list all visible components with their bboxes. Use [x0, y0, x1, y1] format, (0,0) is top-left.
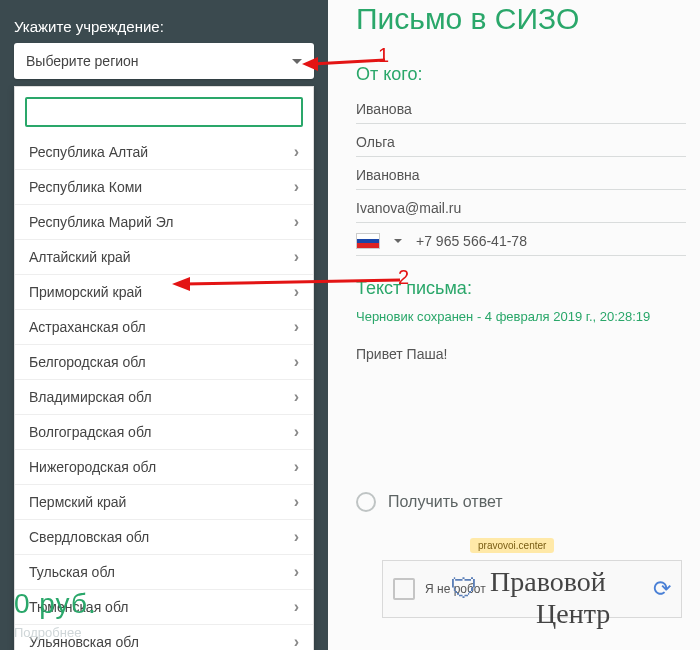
- phone-field[interactable]: +7 965 566-41-78: [356, 223, 686, 256]
- recaptcha-checkbox[interactable]: [393, 578, 415, 600]
- chevron-right-icon: ›: [294, 213, 299, 231]
- chevron-right-icon: ›: [294, 458, 299, 476]
- region-item-label: Свердловская обл: [29, 529, 149, 545]
- region-item[interactable]: Алтайский край›: [15, 239, 313, 274]
- arrow-1-icon: [300, 50, 390, 80]
- chevron-right-icon: ›: [294, 248, 299, 266]
- arrow-2-icon: [170, 274, 410, 294]
- message-body[interactable]: Привет Паша!: [356, 346, 700, 362]
- watermark-line2: Центр: [536, 598, 610, 630]
- reply-label: Получить ответ: [388, 493, 503, 511]
- patronymic-field[interactable]: Ивановна: [356, 157, 686, 190]
- region-item[interactable]: Республика Коми›: [15, 169, 313, 204]
- region-item[interactable]: Нижегородская обл›: [15, 449, 313, 484]
- region-dropdown: Республика Алтай›Республика Коми›Республ…: [14, 86, 314, 650]
- region-item-label: Республика Коми: [29, 179, 142, 195]
- region-item[interactable]: Тульская обл›: [15, 554, 313, 589]
- chevron-right-icon: ›: [294, 178, 299, 196]
- reply-radio[interactable]: [356, 492, 376, 512]
- region-item[interactable]: Республика Марий Эл›: [15, 204, 313, 239]
- chevron-right-icon: ›: [294, 528, 299, 546]
- region-item-label: Владимирская обл: [29, 389, 152, 405]
- chevron-right-icon: ›: [294, 598, 299, 616]
- region-item-label: Волгоградская обл: [29, 424, 151, 440]
- region-item-label: Алтайский край: [29, 249, 131, 265]
- region-select-placeholder: Выберите регион: [26, 53, 139, 69]
- region-item-label: Республика Марий Эл: [29, 214, 173, 230]
- region-item-label: Астраханская обл: [29, 319, 146, 335]
- chevron-down-icon[interactable]: [394, 239, 402, 243]
- chevron-right-icon: ›: [294, 633, 299, 650]
- chevron-right-icon: ›: [294, 423, 299, 441]
- draft-saved-note: Черновик сохранен - 4 февраля 2019 г., 2…: [356, 309, 700, 324]
- sidebar: Укажите учреждение: Выберите регион Респ…: [0, 0, 328, 650]
- region-item[interactable]: Свердловская обл›: [15, 519, 313, 554]
- source-badge: pravovoi.center: [470, 538, 554, 553]
- from-label: От кого:: [356, 64, 700, 85]
- region-item-label: Пермский край: [29, 494, 126, 510]
- svg-marker-1: [302, 57, 318, 71]
- chevron-right-icon: ›: [294, 563, 299, 581]
- chevron-right-icon: ›: [294, 388, 299, 406]
- region-item-label: Тульская обл: [29, 564, 115, 580]
- email-field[interactable]: Ivanova@mail.ru: [356, 190, 686, 223]
- chevron-right-icon: ›: [294, 493, 299, 511]
- svg-line-0: [312, 60, 385, 64]
- region-item[interactable]: Белгородская обл›: [15, 344, 313, 379]
- watermark-line1: Правовой: [490, 566, 606, 598]
- region-item-label: Республика Алтай: [29, 144, 148, 160]
- region-item[interactable]: Астраханская обл›: [15, 309, 313, 344]
- region-select[interactable]: Выберите регион: [14, 43, 314, 79]
- surname-field[interactable]: Иванова: [356, 91, 686, 124]
- region-search-input[interactable]: [25, 97, 303, 127]
- chevron-right-icon: ›: [294, 318, 299, 336]
- reply-checkbox-row[interactable]: Получить ответ: [356, 492, 700, 512]
- institution-label: Укажите учреждение:: [14, 18, 314, 35]
- name-field[interactable]: Ольга: [356, 124, 686, 157]
- phone-value: +7 965 566-41-78: [416, 233, 527, 249]
- chevron-right-icon: ›: [294, 143, 299, 161]
- region-item[interactable]: Волгоградская обл›: [15, 414, 313, 449]
- region-item[interactable]: Республика Алтай›: [15, 135, 313, 169]
- region-item-label: Белгородская обл: [29, 354, 146, 370]
- price-display: 0 руб.: [14, 588, 97, 620]
- svg-line-2: [184, 280, 400, 284]
- svg-marker-3: [172, 277, 190, 291]
- more-link[interactable]: Подробнее: [14, 625, 81, 640]
- region-item-label: Нижегородская обл: [29, 459, 156, 475]
- region-item[interactable]: Пермский край›: [15, 484, 313, 519]
- region-item[interactable]: Владимирская обл›: [15, 379, 313, 414]
- flag-ru-icon: [356, 233, 380, 249]
- shield-icon: 🛡: [450, 572, 478, 605]
- page-title: Письмо в СИЗО: [356, 2, 700, 36]
- region-item-label: Приморский край: [29, 284, 142, 300]
- chevron-right-icon: ›: [294, 353, 299, 371]
- recaptcha-icon: ⟳: [653, 576, 671, 602]
